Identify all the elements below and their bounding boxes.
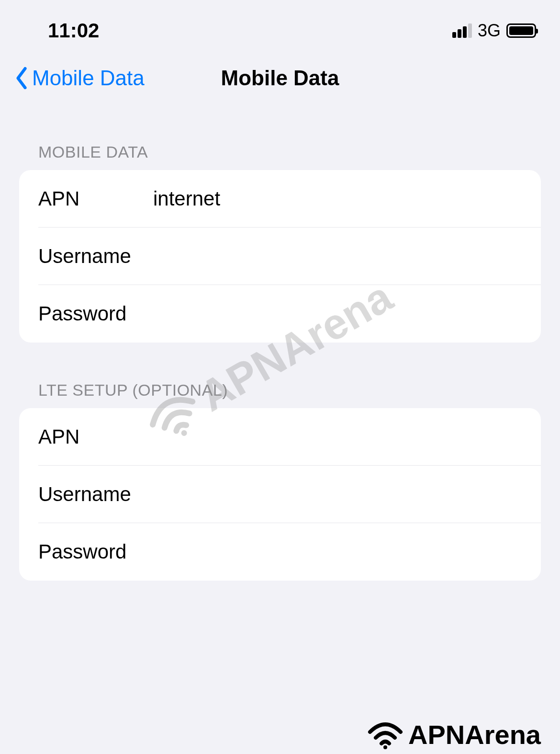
username-row[interactable]: Username	[19, 228, 541, 285]
status-bar: 11:02 3G	[0, 0, 560, 52]
password-label: Password	[38, 302, 153, 325]
lte-apn-input[interactable]	[153, 425, 522, 448]
back-label: Mobile Data	[32, 66, 145, 90]
lte-username-row[interactable]: Username	[19, 466, 541, 523]
password-input[interactable]	[153, 302, 522, 325]
lte-password-label: Password	[38, 540, 153, 563]
network-type: 3G	[478, 21, 501, 41]
watermark-text: APNArena	[408, 719, 541, 750]
watermark-bottom: APNArena	[366, 719, 541, 750]
lte-username-input[interactable]	[153, 483, 522, 506]
wifi-icon	[366, 720, 404, 749]
lte-apn-label: APN	[38, 425, 153, 448]
apn-label: APN	[38, 187, 153, 210]
lte-password-row[interactable]: Password	[19, 523, 541, 581]
lte-username-label: Username	[38, 483, 153, 506]
apn-row[interactable]: APN	[19, 170, 541, 228]
nav-bar: Mobile Data Mobile Data	[0, 52, 560, 104]
status-right: 3G	[452, 21, 536, 41]
section-header-lte-setup: LTE SETUP (OPTIONAL)	[0, 381, 560, 400]
lte-password-input[interactable]	[153, 540, 522, 563]
username-label: Username	[38, 245, 153, 268]
signal-icon	[452, 23, 472, 38]
lte-setup-card: APN Username Password	[19, 408, 541, 581]
apn-input[interactable]	[153, 187, 522, 210]
back-button[interactable]: Mobile Data	[10, 66, 145, 90]
battery-icon	[506, 23, 536, 38]
chevron-left-icon	[12, 66, 31, 90]
password-row[interactable]: Password	[19, 285, 541, 343]
svg-point-1	[383, 745, 387, 749]
status-time: 11:02	[48, 19, 99, 42]
page-title: Mobile Data	[221, 66, 339, 90]
mobile-data-card: APN Username Password	[19, 170, 541, 343]
lte-apn-row[interactable]: APN	[19, 408, 541, 466]
username-input[interactable]	[153, 245, 522, 268]
section-header-mobile-data: MOBILE DATA	[0, 143, 560, 161]
